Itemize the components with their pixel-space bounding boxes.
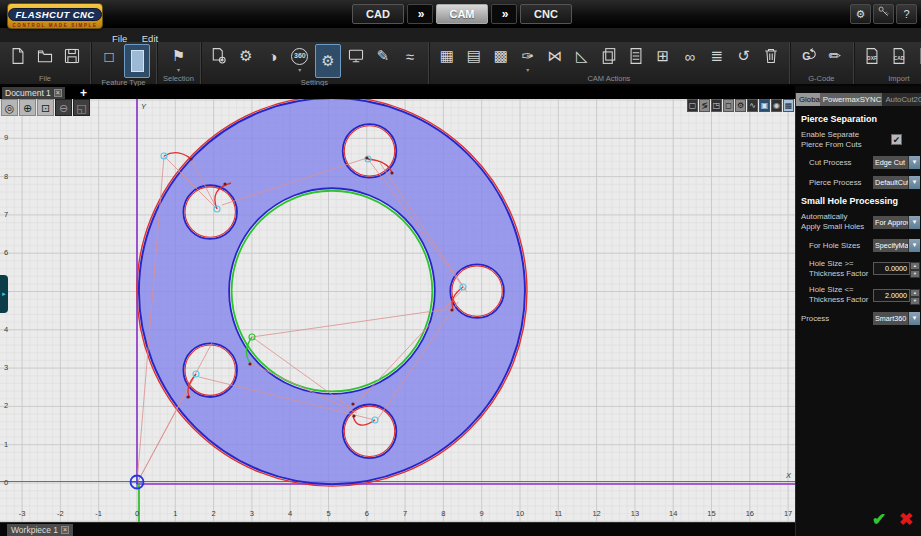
spin-up-icon[interactable]: ▴ bbox=[910, 262, 920, 270]
layers-icon[interactable]: ≣ bbox=[705, 44, 729, 68]
process-select[interactable]: Smart360▾ bbox=[873, 312, 920, 325]
reset-toolpath-icon[interactable]: ↺ bbox=[732, 44, 756, 68]
save-file-icon[interactable] bbox=[60, 44, 84, 68]
cancel-x-button[interactable]: ✖ bbox=[899, 509, 913, 530]
document-tab[interactable]: Document 1× bbox=[2, 87, 65, 99]
monitor-settings-icon[interactable] bbox=[344, 44, 368, 68]
svg-text:2: 2 bbox=[4, 401, 8, 410]
close-workpiece-icon[interactable]: × bbox=[61, 526, 69, 534]
ribbon-group-feature-type: □Feature Type bbox=[91, 42, 157, 84]
svg-text:6: 6 bbox=[365, 509, 369, 518]
chevron-down-icon[interactable]: ▾ bbox=[908, 239, 920, 252]
chain-cut-icon[interactable]: ∞ bbox=[678, 44, 702, 68]
svg-text:-1: -1 bbox=[95, 509, 102, 518]
marker-settings-icon[interactable]: ✎ bbox=[371, 44, 395, 68]
gcode-edit-icon[interactable]: ✏ bbox=[823, 44, 847, 68]
snap-box-icon[interactable]: ◳ bbox=[711, 99, 722, 112]
close-document-icon[interactable]: × bbox=[54, 89, 62, 97]
delete-icon[interactable] bbox=[759, 44, 783, 68]
select-box-icon[interactable]: ▢ bbox=[687, 99, 698, 112]
settings-row: Pierce ProcessDefaultCut▾ bbox=[801, 176, 917, 189]
fill-square-icon[interactable]: ▣ bbox=[759, 99, 770, 112]
spin-down-icon[interactable]: ▾ bbox=[910, 270, 920, 278]
grid-toggle-icon[interactable]: ▦ bbox=[783, 99, 794, 112]
chevron-down-icon[interactable]: ▾ bbox=[908, 312, 920, 325]
apply-check-button[interactable]: ✔ bbox=[872, 509, 886, 530]
settings-tab-powermaxsync105[interactable]: PowermaxSYNC105 bbox=[820, 93, 883, 106]
toolpath-settings-icon[interactable]: ⚙ bbox=[315, 44, 341, 78]
smart360-settings-icon[interactable]: 360 bbox=[288, 44, 312, 68]
settings-tab-global[interactable]: Global bbox=[796, 93, 820, 106]
svg-text:-3: -3 bbox=[19, 509, 26, 518]
cut-order-dropdown-icon[interactable]: ▾ bbox=[526, 68, 529, 73]
for-hole-sizes-select[interactable]: SpecifyManually▾ bbox=[873, 239, 920, 252]
chevron-down-icon[interactable]: ▾ bbox=[908, 216, 920, 229]
cam-mode-button[interactable]: CAM bbox=[436, 4, 488, 24]
duplicate-icon[interactable] bbox=[597, 44, 621, 68]
hole-size-min-input[interactable]: 0.0000▴▾ bbox=[873, 262, 920, 275]
cut-process-select[interactable]: Edge Cut▾ bbox=[873, 156, 920, 169]
pierce-process-select[interactable]: DefaultCut▾ bbox=[873, 176, 920, 189]
import-dxf-icon[interactable]: DXF bbox=[860, 44, 884, 68]
drawing-canvas[interactable]: ◎⊕⊡⊖◱ ▢≶◳◻⚙∿▣◉▦ ▸ -3-2-10123456789101112… bbox=[0, 99, 795, 522]
bridge-icon[interactable]: ⋈ bbox=[543, 44, 567, 68]
flashcut-logo: FLASHCUT CNC CONTROL MADE SIMPLE bbox=[7, 3, 103, 29]
select-value: SpecifyManually bbox=[873, 239, 908, 252]
enable-separate-pierce-checkbox[interactable]: ✔ bbox=[891, 134, 902, 145]
report-icon[interactable] bbox=[624, 44, 648, 68]
left-flyout-handle[interactable]: ▸ bbox=[0, 275, 8, 313]
help-icon[interactable]: ? bbox=[896, 4, 917, 24]
pan-tool-icon[interactable]: ◎ bbox=[1, 99, 18, 116]
gear-view-icon[interactable]: ⚙ bbox=[735, 99, 746, 112]
nest-sheet-icon[interactable]: ▤ bbox=[462, 44, 486, 68]
smart360-settings-dropdown-icon[interactable]: ▾ bbox=[298, 68, 301, 73]
svg-text:10: 10 bbox=[516, 509, 524, 518]
field-label: Cut Process bbox=[809, 158, 871, 168]
resize-icon[interactable]: ⊞ bbox=[651, 44, 675, 68]
chevron-down-icon[interactable]: ▾ bbox=[908, 176, 920, 189]
license-key-icon[interactable] bbox=[873, 4, 894, 24]
svg-text:1: 1 bbox=[173, 509, 177, 518]
settings-tab-autocut200[interactable]: AutoCut200 bbox=[882, 93, 921, 106]
select-value: DefaultCut bbox=[873, 176, 908, 189]
process-settings-icon[interactable]: ◑ bbox=[261, 44, 285, 68]
zoom-out-tool-icon[interactable]: ⊖ bbox=[55, 99, 72, 116]
workpiece-tab[interactable]: Workpiece 1× bbox=[7, 524, 73, 536]
apply-small-holes-select[interactable]: For Approved C▾ bbox=[873, 216, 920, 229]
zoom-window-tool-icon[interactable]: ⊡ bbox=[37, 99, 54, 116]
waterjet-settings-icon[interactable]: ≈ bbox=[398, 44, 422, 68]
order-arrows-icon[interactable]: ≶ bbox=[699, 99, 710, 112]
import-cad-icon[interactable]: CAD bbox=[887, 44, 911, 68]
chevron-down-icon[interactable]: ▾ bbox=[908, 156, 920, 169]
array-icon[interactable]: ▩ bbox=[489, 44, 513, 68]
zoom-in-tool-icon[interactable]: ⊕ bbox=[19, 99, 36, 116]
cut-order-icon[interactable]: ✑ bbox=[516, 44, 540, 68]
spin-up-icon[interactable]: ▴ bbox=[910, 289, 920, 297]
square-feature-icon[interactable]: □ bbox=[97, 44, 121, 68]
spin-value[interactable]: 0.0000 bbox=[873, 262, 910, 275]
zoom-extents-tool-icon[interactable]: ◱ bbox=[73, 99, 90, 116]
machine-settings-icon[interactable]: ⚙ bbox=[234, 44, 258, 68]
spin-value[interactable]: 2.0000 bbox=[873, 289, 910, 302]
ribbon-group-cam-actions: ▦▤▩✑▾⋈◺⊞∞≣↺CAM Actions bbox=[429, 42, 790, 84]
new-file-icon[interactable] bbox=[6, 44, 30, 68]
settings-gears-icon[interactable]: ⚙ bbox=[850, 4, 871, 24]
import-gcode-icon[interactable]: G bbox=[914, 44, 921, 68]
measure-icon[interactable]: ◺ bbox=[570, 44, 594, 68]
selection-tool-dropdown-icon[interactable]: ▾ bbox=[177, 68, 180, 73]
open-file-icon[interactable] bbox=[33, 44, 57, 68]
cnc-mode-button[interactable]: CNC bbox=[520, 4, 572, 24]
spin-down-icon[interactable]: ▾ bbox=[910, 297, 920, 305]
gcode-generate-icon[interactable]: G bbox=[796, 44, 820, 68]
nest-parts-icon[interactable]: ▦ bbox=[435, 44, 459, 68]
fill-circle-icon[interactable]: ◉ bbox=[771, 99, 782, 112]
new-document-tab-button[interactable]: + bbox=[80, 86, 87, 100]
curve-icon[interactable]: ∿ bbox=[747, 99, 758, 112]
rect-feature-icon[interactable] bbox=[124, 44, 150, 78]
clamp-icon[interactable]: ◻ bbox=[723, 99, 734, 112]
material-settings-icon[interactable] bbox=[207, 44, 231, 68]
selection-tool-icon[interactable]: ⚑ bbox=[166, 44, 190, 68]
window-utility-icons: ⚙? bbox=[850, 4, 917, 24]
hole-size-max-input[interactable]: 2.0000▴▾ bbox=[873, 289, 920, 302]
cad-mode-button[interactable]: CAD bbox=[352, 4, 404, 24]
